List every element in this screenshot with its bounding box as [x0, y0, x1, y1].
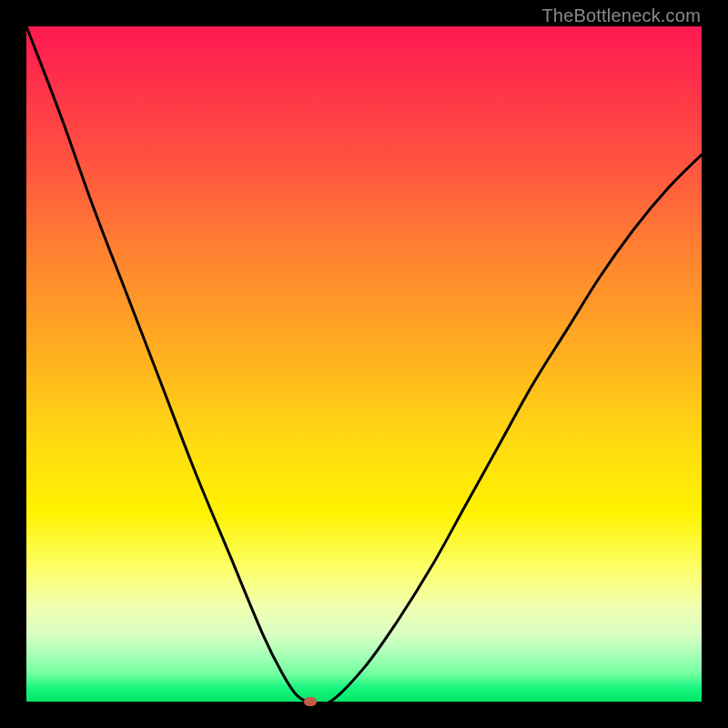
watermark-text: TheBottleneck.com — [541, 5, 701, 26]
chart-frame: TheBottleneck.com — [0, 0, 728, 728]
optimal-point-marker — [304, 697, 317, 706]
plot-area — [26, 26, 702, 702]
bottleneck-curve — [26, 26, 702, 702]
